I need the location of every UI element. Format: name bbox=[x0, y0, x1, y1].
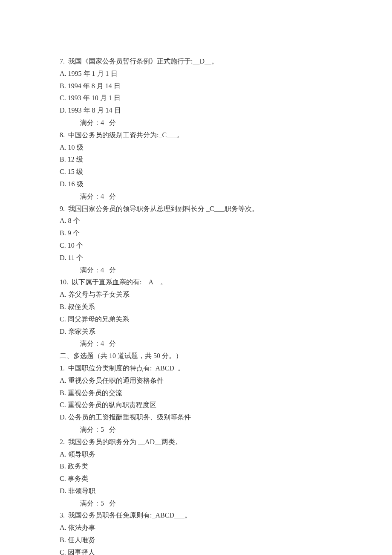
score-line: 满分：4 分 bbox=[60, 191, 332, 203]
question-answer: _C___ bbox=[159, 131, 177, 139]
question-number: 9. bbox=[60, 205, 65, 212]
option-b: B. 12 级 bbox=[60, 153, 332, 166]
question-suffix: 。 bbox=[178, 364, 184, 372]
question-number: 2. bbox=[60, 438, 65, 445]
option-d: D. 非领导职 bbox=[60, 485, 332, 497]
question-suffix: 。 bbox=[211, 58, 218, 65]
question-number: 8. bbox=[60, 131, 65, 139]
question-text: 我国公务员的职务分为 bbox=[68, 438, 136, 445]
question-answer: _ABCD___ bbox=[152, 512, 184, 519]
option-a: A. 重视公务员任职的通用资格条件 bbox=[60, 375, 332, 387]
score-line: 满分：4 分 bbox=[60, 338, 332, 350]
option-a: A. 领导职务 bbox=[60, 448, 332, 461]
option-b: B. 重视公务员的交流 bbox=[60, 387, 332, 399]
option-d: D. 11 个 bbox=[60, 252, 332, 264]
document-content: 7. 我国《国家公务员暂行条例》正式施行于:__D__。 A. 1995 年 1… bbox=[60, 55, 332, 555]
option-d: D. 公务员的工资报酬重视职务、级别等条件 bbox=[60, 411, 332, 424]
question-number: 3. bbox=[60, 512, 65, 519]
option-d: D. 1993 年 8 月 14 日 bbox=[60, 104, 332, 117]
question-8: 8. 中国公务员的级别工资共分为:_C___。 bbox=[60, 129, 332, 142]
option-d: D. 亲家关系 bbox=[60, 326, 332, 338]
option-c: C. 重视公务员的纵向职责程度区 bbox=[60, 399, 332, 411]
question-answer: __A__ bbox=[141, 278, 160, 286]
question-suffix: 。 bbox=[177, 131, 184, 139]
question-answer: __AD__ bbox=[136, 438, 161, 445]
question-suffix: 两类。 bbox=[161, 438, 182, 445]
multi-question-3: 3. 我国公务员职务任免原则有:_ABCD___。 bbox=[60, 509, 332, 522]
option-a: A. 10 级 bbox=[60, 142, 332, 154]
score-line: 满分：4 分 bbox=[60, 117, 332, 129]
option-c: C. 1993 年 10 月 1 日 bbox=[60, 92, 332, 104]
option-a: A. 养父母与养子女关系 bbox=[60, 289, 332, 301]
option-b: B. 叔侄关系 bbox=[60, 301, 332, 313]
question-number: 10. bbox=[60, 278, 68, 286]
question-text: 以下属于直系血亲的有: bbox=[72, 278, 141, 286]
question-number: 1. bbox=[60, 364, 65, 372]
option-a: A. 1995 年 1 月 1 日 bbox=[60, 68, 332, 80]
option-c: C. 10 个 bbox=[60, 240, 332, 252]
option-b: B. 任人唯贤 bbox=[60, 534, 332, 546]
score-line: 满分：5 分 bbox=[60, 497, 332, 510]
option-d: D. 16 级 bbox=[60, 178, 332, 191]
question-answer: _C___ bbox=[205, 205, 225, 212]
option-a: A. 依法办事 bbox=[60, 522, 332, 534]
question-text: 我国国家公务员的领导职务从总理到副科长分 bbox=[68, 205, 205, 212]
option-b: B. 1994 年 8 月 14 日 bbox=[60, 80, 332, 92]
question-answer: _ABCD_ bbox=[152, 364, 177, 372]
question-text: 中国公务员的级别工资共分为: bbox=[68, 131, 159, 139]
question-suffix: 。 bbox=[160, 278, 167, 286]
question-7: 7. 我国《国家公务员暂行条例》正式施行于:__D__。 bbox=[60, 55, 332, 68]
option-a: A. 8 个 bbox=[60, 215, 332, 227]
question-10: 10. 以下属于直系血亲的有:__A__。 bbox=[60, 276, 332, 289]
option-c: C. 同父异母的兄弟关系 bbox=[60, 313, 332, 326]
question-text: 我国公务员职务任免原则有: bbox=[68, 512, 152, 519]
question-suffix: 。 bbox=[184, 512, 191, 519]
question-number: 7. bbox=[60, 58, 65, 65]
option-c: C. 15 级 bbox=[60, 166, 332, 178]
multi-question-2: 2. 我国公务员的职务分为 __AD__两类。 bbox=[60, 436, 332, 448]
question-text: 中国职位分类制度的特点有: bbox=[68, 364, 152, 372]
option-b: B. 政务类 bbox=[60, 460, 332, 473]
option-b: B. 9 个 bbox=[60, 227, 332, 240]
question-answer: __D__ bbox=[193, 58, 211, 65]
question-text: 我国《国家公务员暂行条例》正式施行于: bbox=[68, 58, 193, 65]
multi-question-1: 1. 中国职位分类制度的特点有:_ABCD_。 bbox=[60, 362, 332, 375]
score-line: 满分：4 分 bbox=[60, 264, 332, 277]
option-c: C. 事务类 bbox=[60, 473, 332, 485]
score-line: 满分：5 分 bbox=[60, 424, 332, 436]
question-9: 9. 我国国家公务员的领导职务从总理到副科长分 _C___职务等次。 bbox=[60, 203, 332, 215]
section-title: 二、多选题（共 10 道试题，共 50 分。） bbox=[60, 350, 332, 362]
question-suffix: 职务等次。 bbox=[225, 205, 259, 212]
option-c: C. 因事择人 bbox=[60, 546, 332, 555]
